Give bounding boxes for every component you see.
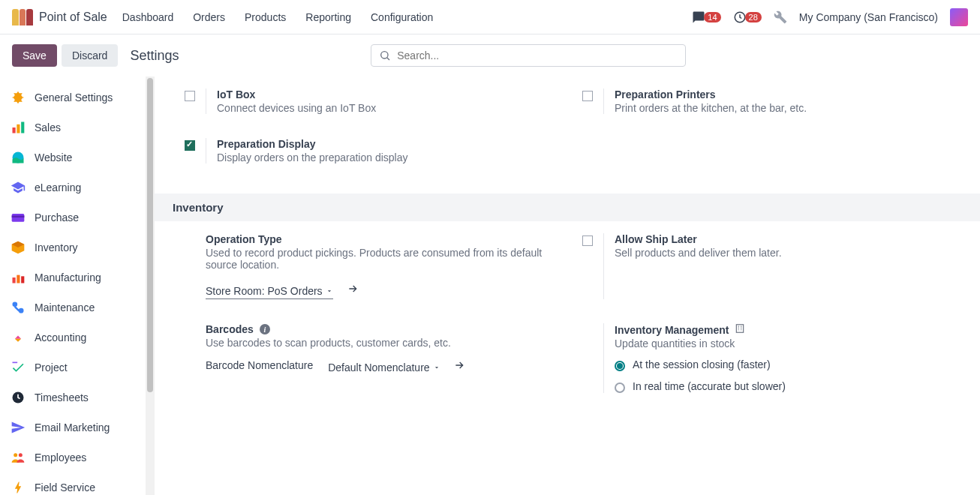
svg-rect-7 — [12, 216, 25, 218]
barcode-nomenclature-link[interactable] — [453, 359, 465, 371]
sidebar-item-sales[interactable]: Sales — [0, 112, 146, 142]
sidebar-item-label: Accounting — [35, 332, 86, 344]
sidebar-item-employees[interactable]: Employees — [0, 442, 146, 472]
search-box[interactable] — [371, 44, 686, 67]
sidebar-item-field[interactable]: Field Service — [0, 472, 146, 495]
setting-desc: Connect devices using an IoT Box — [217, 102, 564, 114]
sidebar-item-purchase[interactable]: Purchase — [0, 202, 146, 232]
search-input[interactable] — [397, 50, 678, 62]
chat-count: 14 — [704, 12, 720, 22]
prep-display-checkbox[interactable] — [185, 140, 195, 151]
setting-desc: Print orders at the kitchen, at the bar,… — [615, 102, 962, 114]
sidebar-scrollbar[interactable] — [146, 76, 155, 495]
user-avatar[interactable] — [950, 8, 968, 26]
svg-rect-3 — [17, 124, 20, 134]
activity-button[interactable]: 28 — [733, 10, 762, 24]
sidebar-item-label: Email Marketing — [35, 422, 110, 434]
setting-title: Preparation Printers — [615, 88, 962, 100]
nav-orders[interactable]: Orders — [193, 11, 225, 23]
company-switcher[interactable]: My Company (San Francisco) — [799, 11, 938, 23]
sidebar-item-label: Maintenance — [35, 302, 95, 314]
setting-title: Barcodes i — [206, 323, 564, 335]
svg-point-11 — [13, 302, 18, 308]
save-button[interactable]: Save — [12, 44, 57, 67]
inv-mgmt-radio-realtime[interactable] — [615, 382, 625, 393]
sidebar-item-label: Employees — [35, 452, 86, 464]
sidebar-item-inventory[interactable]: Inventory — [0, 232, 146, 262]
inv-mgmt-radio-session[interactable] — [615, 361, 625, 371]
info-icon[interactable]: i — [260, 324, 270, 334]
sidebar-item-maintenance[interactable]: Maintenance — [0, 292, 146, 322]
send-icon — [11, 420, 26, 435]
main-layout: General Settings Sales Website eLearning… — [0, 76, 980, 495]
sidebar-item-email[interactable]: Email Marketing — [0, 412, 146, 442]
ship-later-checkbox[interactable] — [582, 236, 593, 246]
setting-inventory-management: Inventory Management Update quantities i… — [582, 323, 962, 393]
check-icon — [11, 360, 26, 375]
setting-desc: Update quantities in stock — [615, 338, 962, 350]
top-nav: Point of Sale Dashboard Orders Products … — [0, 0, 980, 34]
svg-point-1 — [381, 52, 388, 58]
setting-title: Inventory Management — [615, 323, 962, 336]
sidebar-item-project[interactable]: Project — [0, 352, 146, 382]
svg-rect-4 — [21, 122, 24, 134]
barcode-nomenclature-label: Barcode Nomenclature — [206, 359, 313, 371]
people-icon — [11, 450, 26, 465]
sidebar-item-label: General Settings — [35, 92, 113, 104]
tools-icon[interactable] — [774, 10, 787, 24]
bolt-icon — [11, 480, 26, 495]
setting-prep-printers: Preparation Printers Print orders at the… — [582, 88, 962, 114]
sidebar-item-elearning[interactable]: eLearning — [0, 172, 146, 202]
nav-reporting[interactable]: Reporting — [305, 11, 351, 23]
svg-rect-6 — [12, 214, 25, 222]
operation-type-select[interactable]: Store Room: PoS Orders — [206, 285, 333, 299]
globe-icon — [11, 150, 26, 165]
setting-desc: Used to record product pickings. Product… — [206, 247, 564, 271]
chevron-down-icon — [433, 364, 440, 371]
setting-operation-type: Operation Type Used to record product pi… — [185, 233, 564, 299]
svg-point-15 — [14, 453, 17, 457]
sidebar-item-accounting[interactable]: Accounting — [0, 322, 146, 352]
prep-printers-checkbox[interactable] — [582, 91, 593, 101]
nav-products[interactable]: Products — [245, 11, 286, 23]
sidebar-item-label: Purchase — [35, 212, 79, 224]
app-logo-icon[interactable] — [12, 9, 33, 26]
setting-ship-later: Allow Ship Later Sell products and deliv… — [582, 233, 962, 299]
sidebar-item-manufacturing[interactable]: Manufacturing — [0, 262, 146, 292]
chat-button[interactable]: 14 — [692, 10, 720, 24]
sidebar-item-website[interactable]: Website — [0, 142, 146, 172]
barcode-nomenclature-select[interactable]: Default Nomenclature — [328, 362, 440, 375]
sub-nav: Save Discard Settings — [0, 34, 980, 76]
clock-icon — [733, 10, 747, 24]
sidebar-item-label: Sales — [35, 122, 61, 134]
sidebar-item-label: Project — [35, 362, 68, 374]
sidebar-item-label: Manufacturing — [35, 272, 101, 284]
sidebar-item-timesheets[interactable]: Timesheets — [0, 382, 146, 412]
nav-dashboard[interactable]: Dashboard — [122, 11, 174, 23]
setting-desc: Use barcodes to scan products, customer … — [206, 337, 564, 349]
operation-type-link[interactable] — [347, 283, 359, 295]
graduation-icon — [11, 180, 26, 195]
svg-rect-13 — [14, 306, 20, 312]
discard-button[interactable]: Discard — [62, 44, 118, 67]
app-name[interactable]: Point of Sale — [39, 10, 107, 24]
iot-box-checkbox[interactable] — [185, 91, 195, 101]
building-icon[interactable] — [735, 323, 745, 336]
svg-rect-17 — [737, 325, 744, 333]
nav-links: Dashboard Orders Products Reporting Conf… — [122, 11, 434, 23]
nav-configuration[interactable]: Configuration — [371, 11, 433, 23]
chevron-down-icon — [326, 287, 333, 295]
operation-type-value: Store Room: PoS Orders — [206, 285, 323, 297]
setting-title: IoT Box — [217, 88, 564, 100]
chart-icon — [11, 120, 26, 135]
sidebar-item-general[interactable]: General Settings — [0, 82, 146, 112]
inv-mgmt-title-text: Inventory Management — [615, 324, 729, 336]
clock-circle-icon — [11, 390, 26, 405]
setting-title: Allow Ship Later — [615, 233, 962, 245]
sidebar-item-label: Timesheets — [35, 392, 89, 404]
section-header-inventory: Inventory — [155, 194, 980, 221]
sidebar-item-label: Inventory — [35, 242, 78, 254]
radio-label: At the session closing (faster) — [633, 358, 771, 371]
sidebar-item-label: Website — [35, 152, 72, 164]
arrows-icon — [11, 330, 26, 345]
